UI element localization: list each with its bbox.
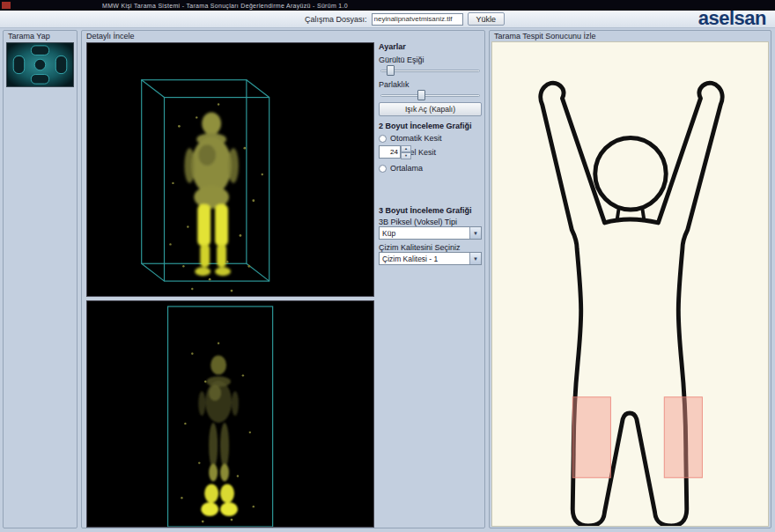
radio-otomatik-kesit[interactable]: Otomatik Kesit bbox=[379, 134, 482, 143]
working-file-input[interactable] bbox=[372, 13, 463, 26]
titlebar: MMW Kişi Tarama Sistemi - Tarama Sonuçla… bbox=[0, 0, 775, 11]
scan-2d-render bbox=[87, 301, 373, 527]
brightness-slider[interactable] bbox=[379, 89, 482, 101]
radio-label: Otomatik Kesit bbox=[390, 134, 442, 143]
result-panel: Tarama Tespit Sonucunu İzle bbox=[489, 30, 771, 528]
section-2d-title: 2 Boyut İnceleme Grafiği bbox=[379, 122, 482, 130]
radio-icon bbox=[379, 165, 387, 173]
scan-panel-title: Tarama Yap bbox=[8, 32, 50, 41]
draw-quality-value: Çizim Kalitesi - 1 bbox=[380, 255, 469, 263]
load-button[interactable]: Yükle bbox=[468, 12, 506, 26]
section-3d-title: 3 Boyut İnceleme Grafiği bbox=[379, 206, 482, 215]
detail-panel: Detaylı İncele bbox=[81, 30, 485, 528]
scanner-top-view-button[interactable] bbox=[6, 42, 74, 87]
detection-zone-right bbox=[664, 397, 702, 478]
body-outline-figure bbox=[492, 42, 768, 526]
light-toggle-button[interactable]: Işık Aç (Kapalı) bbox=[379, 102, 482, 116]
spin-down-button[interactable]: ▼ bbox=[401, 152, 411, 159]
slider-thumb[interactable] bbox=[387, 65, 395, 76]
draw-quality-select[interactable]: Çizim Kalitesi - 1 ▼ bbox=[379, 252, 482, 265]
main-area: Tarama Yap Detaylı İncele bbox=[0, 28, 775, 532]
radio-icon bbox=[379, 135, 387, 143]
detection-zone-left bbox=[572, 397, 610, 478]
voxel-type-value: Küp bbox=[380, 229, 469, 238]
app-icon bbox=[2, 2, 11, 9]
detection-result-view bbox=[491, 41, 769, 527]
head-outline bbox=[595, 137, 666, 210]
slider-track bbox=[380, 94, 480, 97]
voxel-type-label: 3B Piksel (Voksel) Tipi bbox=[379, 218, 482, 226]
working-file-label: Çalışma Dosyası: bbox=[305, 15, 367, 24]
voxel-type-select[interactable]: Küp ▼ bbox=[379, 226, 482, 240]
brightness-label: Parlaklık bbox=[379, 80, 482, 89]
aselsan-logo: aselsan bbox=[698, 7, 766, 30]
manual-slice-input[interactable] bbox=[379, 145, 401, 159]
settings-column: Ayarlar Gürültü Eşiği Parlaklık Işık Aç … bbox=[379, 41, 482, 521]
scan-panel: Tarama Yap bbox=[3, 30, 78, 528]
draw-quality-label: Çizim Kalitesini Seçiniz bbox=[379, 243, 482, 252]
scan-2d-viewport[interactable] bbox=[86, 300, 374, 528]
manual-slice-spinner: ▲ ▼ bbox=[379, 145, 482, 159]
scan-3d-render bbox=[87, 43, 373, 296]
chevron-down-icon[interactable]: ▼ bbox=[469, 227, 481, 239]
scanner-top-view-icon bbox=[7, 43, 73, 86]
scan-3d-viewport[interactable] bbox=[86, 42, 374, 297]
window-title: MMW Kişi Tarama Sistemi - Tarama Sonuçla… bbox=[102, 3, 348, 9]
toolbar: Çalışma Dosyası: Yükle aselsan bbox=[0, 11, 775, 28]
noise-threshold-label: Gürültü Eşiği bbox=[379, 55, 482, 64]
detail-panel-title: Detaylı İncele bbox=[86, 32, 135, 41]
slider-thumb[interactable] bbox=[417, 90, 425, 100]
radio-ortalama[interactable]: Ortalama bbox=[379, 164, 482, 173]
radio-label: Ortalama bbox=[390, 164, 423, 173]
chevron-down-icon[interactable]: ▼ bbox=[469, 253, 481, 264]
slider-track bbox=[380, 70, 480, 72]
settings-title: Ayarlar bbox=[379, 42, 482, 51]
result-panel-title: Tarama Tespit Sonucunu İzle bbox=[494, 32, 595, 41]
noise-threshold-slider[interactable] bbox=[379, 64, 482, 77]
spin-up-button[interactable]: ▲ bbox=[401, 145, 411, 152]
